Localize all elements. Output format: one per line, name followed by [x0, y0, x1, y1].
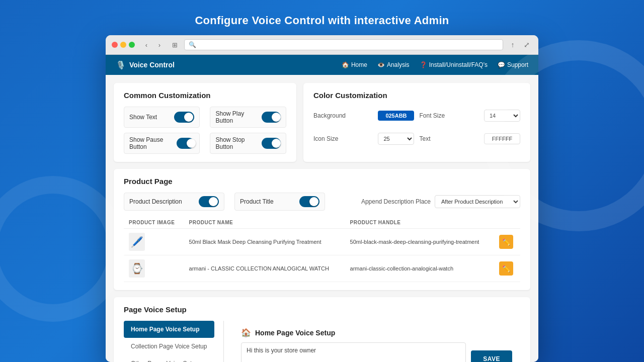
- page-title: Configure Voice Control with interactive…: [195, 14, 449, 27]
- nav-install[interactable]: ❓ Install/Uninstall/FAQ's: [420, 61, 488, 68]
- product-title-toggle[interactable]: [299, 196, 319, 207]
- table-row: 🖊️ 50ml Black Mask Deep Cleansing Purify…: [124, 229, 520, 255]
- product-title-toggle-row: Product Title: [234, 193, 325, 211]
- page-voice-setup-card: Page Voice Setup Home Page Voice Setup C…: [114, 297, 530, 362]
- col-product-name: PRODUCT NAME: [184, 217, 345, 229]
- voice-content-title: Home Page Voice Setup: [255, 329, 335, 337]
- toggle-show-play: Show Play Button: [210, 107, 286, 128]
- append-description-section: Append Description Place After Product D…: [361, 195, 520, 208]
- table-row: ⌚ armani - CLASSIC COLLECTION ANALOGICAL…: [124, 255, 520, 282]
- back-button[interactable]: ‹: [141, 39, 152, 50]
- nav-analysis-label: Analysis: [387, 61, 410, 68]
- voice-textarea[interactable]: Hi this is your store owner: [241, 342, 466, 362]
- home-voice-icon: 🏠: [241, 328, 251, 337]
- product-title-label: Product Title: [240, 198, 274, 205]
- append-select[interactable]: After Product Description Before Product…: [435, 195, 520, 208]
- main-content: Common Customization Show Text Show Play…: [106, 75, 538, 362]
- color-customization-title: Color Customization: [313, 91, 520, 100]
- chat-icon: 💬: [498, 61, 505, 68]
- product-name-2: armani - CLASSIC COLLECTION ANALOGICAL W…: [184, 255, 345, 282]
- browser-window: ‹ › ⊞ 🔍 ↑ ⤢ 🎙️ Voice Control 🏠 Home 👁️ A…: [106, 35, 538, 362]
- grid-button[interactable]: ⊞: [169, 39, 180, 50]
- mic-icon: 🎙️: [116, 60, 126, 70]
- color-customization-card: Color Customization Background Font Size…: [303, 83, 530, 162]
- edit-button-2[interactable]: ✏️: [499, 261, 513, 276]
- icon-size-label: Icon Size: [313, 135, 349, 142]
- text-color-label: Text: [419, 135, 454, 142]
- text-color-row: Text: [419, 130, 520, 148]
- product-table: PRODUCT IMAGE PRODUCT NAME PRODUCT HANDL…: [124, 217, 520, 282]
- show-stop-toggle[interactable]: [262, 138, 281, 149]
- show-play-toggle[interactable]: [262, 112, 281, 123]
- toggle-show-pause: Show Pause Button: [124, 133, 200, 154]
- product-desc-toggle[interactable]: [199, 196, 219, 207]
- browser-chrome: ‹ › ⊞ 🔍 ↑ ⤢: [106, 35, 538, 55]
- nav-home[interactable]: 🏠 Home: [342, 61, 367, 68]
- background-label: Background: [313, 112, 349, 119]
- sidebar-item-home-voice[interactable]: Home Page Voice Setup: [124, 321, 214, 338]
- voice-setup-row: Home Page Voice Setup Collection Page Vo…: [124, 321, 520, 362]
- toggle-grid: Show Text Show Play Button Show Pause Bu…: [124, 107, 286, 154]
- show-text-toggle[interactable]: [174, 112, 194, 123]
- product-desc-label: Product Description: [129, 198, 182, 205]
- product-handle-1: 50ml-black-mask-deep-cleansing-purifying…: [345, 229, 495, 255]
- voice-content: 🏠 Home Page Voice Setup Hi this is your …: [233, 321, 520, 362]
- nav-install-label: Install/Uninstall/FAQ's: [429, 61, 488, 68]
- share-button[interactable]: ↑: [507, 39, 518, 50]
- nav-home-label: Home: [351, 61, 367, 68]
- background-input[interactable]: [378, 111, 414, 121]
- text-color-input[interactable]: [484, 133, 520, 144]
- nav-brand: 🎙️ Voice Control: [116, 60, 175, 70]
- nav-support-label: Support: [507, 61, 528, 68]
- nav-support[interactable]: 💬 Support: [498, 61, 528, 68]
- show-text-label: Show Text: [129, 114, 157, 121]
- fullscreen-button[interactable]: ⤢: [521, 39, 532, 50]
- col-product-image: PRODUCT IMAGE: [124, 217, 184, 229]
- save-button[interactable]: SAVE: [471, 350, 512, 362]
- top-row: Common Customization Show Text Show Play…: [114, 83, 530, 162]
- product-image-2: ⌚: [129, 259, 145, 278]
- append-label: Append Description Place: [361, 198, 431, 205]
- sidebar-item-collection-voice[interactable]: Collection Page Voice Setup: [124, 338, 214, 355]
- background-color-row: Background: [313, 107, 415, 125]
- eye-icon: 👁️: [377, 61, 385, 68]
- product-handle-2: armani-classic-collection-analogical-wat…: [345, 255, 495, 282]
- col-product-handle: PRODUCT HANDLE: [345, 217, 495, 229]
- voice-content-header: 🏠 Home Page Voice Setup: [241, 328, 512, 337]
- show-stop-label: Show Stop Button: [215, 136, 261, 150]
- voice-divider: [223, 321, 224, 362]
- app-navbar: 🎙️ Voice Control 🏠 Home 👁️ Analysis ❓ In…: [106, 55, 538, 75]
- maximize-dot[interactable]: [129, 42, 135, 48]
- search-icon: 🔍: [189, 41, 196, 48]
- icon-size-select[interactable]: 25 20 30: [378, 133, 414, 145]
- toggle-show-stop: Show Stop Button: [210, 133, 286, 154]
- sidebar-item-other-voice[interactable]: Other Pages Voice Setup: [124, 355, 214, 362]
- browser-dots: [112, 42, 135, 48]
- close-dot[interactable]: [112, 42, 118, 48]
- col-actions: [494, 217, 520, 229]
- font-size-label: Font Size: [419, 112, 454, 119]
- product-name-1: 50ml Black Mask Deep Cleansing Purifying…: [184, 229, 345, 255]
- common-customization-title: Common Customization: [124, 91, 286, 100]
- product-desc-toggle-row: Product Description: [124, 193, 224, 211]
- show-play-label: Show Play Button: [215, 110, 261, 124]
- minimize-dot[interactable]: [120, 42, 126, 48]
- browser-nav: ‹ ›: [141, 39, 165, 50]
- address-bar[interactable]: 🔍: [184, 39, 503, 50]
- font-size-row: Font Size 14 12 16 18: [419, 107, 520, 125]
- forward-button[interactable]: ›: [154, 39, 165, 50]
- show-pause-label: Show Pause Button: [129, 136, 177, 150]
- product-page-card: Product Page Product Description Product…: [114, 169, 530, 290]
- nav-analysis[interactable]: 👁️ Analysis: [377, 61, 410, 68]
- browser-actions: ↑ ⤢: [507, 39, 532, 50]
- page-voice-setup-title: Page Voice Setup: [124, 305, 520, 314]
- show-pause-toggle[interactable]: [177, 138, 195, 149]
- product-image-1: 🖊️: [129, 233, 145, 251]
- font-size-select[interactable]: 14 12 16 18: [484, 110, 520, 122]
- nav-brand-label: Voice Control: [129, 61, 175, 69]
- edit-button-1[interactable]: ✏️: [499, 235, 513, 249]
- home-icon: 🏠: [342, 61, 349, 68]
- nav-links: 🏠 Home 👁️ Analysis ❓ Install/Uninstall/F…: [342, 61, 528, 68]
- product-page-title: Product Page: [124, 177, 520, 186]
- color-grid: Background Font Size 14 12 16 18 Icon: [313, 107, 520, 148]
